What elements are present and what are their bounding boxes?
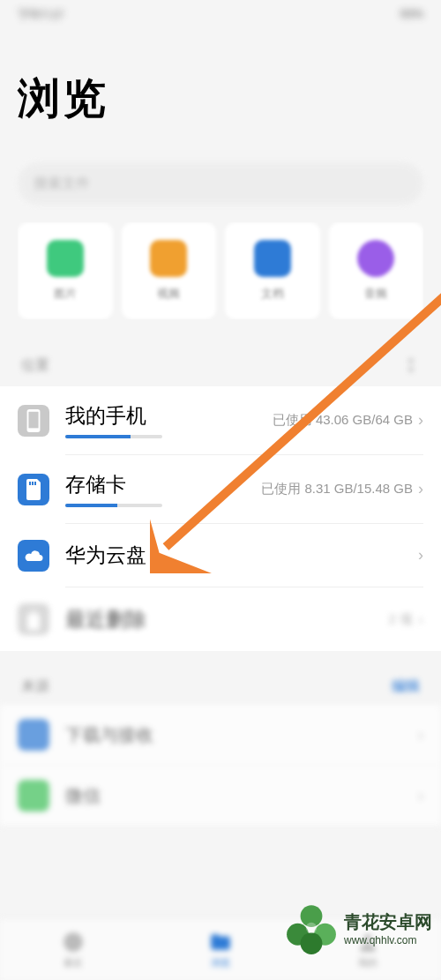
sd-card-icon bbox=[18, 474, 49, 505]
chevron-right-icon: › bbox=[418, 726, 423, 744]
edit-button[interactable]: 编辑 bbox=[392, 677, 420, 696]
trash-icon bbox=[18, 603, 49, 635]
svg-rect-4 bbox=[34, 482, 36, 485]
source-wechat[interactable]: 微信 › bbox=[0, 766, 441, 827]
source-section: 来源 编辑 下载与接收 › 微信 › bbox=[0, 658, 441, 827]
storage-title: 存储卡 bbox=[65, 471, 162, 498]
svg-point-6 bbox=[64, 932, 83, 952]
source-downloads[interactable]: 下载与接收 › bbox=[0, 705, 441, 766]
storage-list: 我的手机 已使用 43.06 GB/64 GB › 存储卡 已使用 8.31 G… bbox=[0, 386, 441, 651]
video-icon bbox=[150, 240, 187, 277]
storage-title: 华为云盘 bbox=[65, 542, 146, 569]
audio-icon bbox=[357, 240, 394, 277]
chevron-right-icon: › bbox=[418, 610, 423, 629]
chevron-right-icon: › bbox=[418, 787, 423, 805]
status-battery: 93% bbox=[400, 7, 423, 19]
wechat-icon bbox=[18, 780, 49, 812]
document-icon bbox=[254, 240, 291, 277]
page-header: 浏览 bbox=[0, 26, 441, 153]
location-section-header: 位置 bbox=[0, 328, 441, 386]
storage-recently-deleted[interactable]: 最近删除 2 项 › bbox=[0, 587, 441, 651]
image-icon bbox=[47, 240, 84, 277]
chevron-right-icon: › bbox=[418, 411, 423, 430]
storage-bar bbox=[65, 504, 162, 507]
storage-usage: 已使用 8.31 GB/15.48 GB bbox=[261, 481, 413, 497]
folder-icon bbox=[209, 931, 232, 954]
page-title: 浏览 bbox=[18, 71, 423, 127]
search-bar[interactable]: 搜索文件 bbox=[18, 162, 423, 205]
sort-icon[interactable] bbox=[402, 355, 420, 376]
category-audio[interactable]: 音频 bbox=[329, 222, 424, 319]
storage-huawei-cloud[interactable]: 华为云盘 › bbox=[0, 524, 441, 587]
storage-title: 我的手机 bbox=[65, 402, 162, 430]
category-documents[interactable]: 文档 bbox=[225, 222, 320, 319]
category-row: 图片 视频 文档 音频 bbox=[18, 222, 423, 319]
storage-my-phone[interactable]: 我的手机 已使用 43.06 GB/64 GB › bbox=[0, 386, 441, 455]
storage-sd-card[interactable]: 存储卡 已使用 8.31 GB/15.48 GB › bbox=[0, 455, 441, 524]
status-time: 下午7:17 bbox=[18, 7, 64, 19]
category-images[interactable]: 图片 bbox=[18, 222, 113, 319]
chevron-right-icon: › bbox=[418, 480, 423, 498]
svg-rect-3 bbox=[32, 482, 34, 485]
svg-rect-1 bbox=[28, 412, 38, 429]
storage-usage: 已使用 43.06 GB/64 GB bbox=[273, 412, 413, 429]
status-bar: 下午7:17 93% bbox=[0, 0, 441, 26]
watermark-logo-icon bbox=[284, 901, 339, 955]
phone-icon bbox=[18, 405, 49, 437]
clock-icon bbox=[62, 931, 85, 954]
storage-bar bbox=[65, 435, 162, 438]
cloud-icon bbox=[18, 540, 49, 572]
svg-rect-2 bbox=[29, 482, 31, 485]
chevron-right-icon: › bbox=[418, 546, 423, 565]
category-videos[interactable]: 视频 bbox=[122, 222, 217, 319]
search-placeholder: 搜索文件 bbox=[34, 175, 90, 193]
nav-browse[interactable]: 浏览 bbox=[209, 931, 232, 969]
svg-point-8 bbox=[306, 923, 317, 933]
watermark: 青花安卓网 www.qhhlv.com bbox=[284, 901, 432, 955]
storage-usage: 2 项 bbox=[388, 611, 413, 628]
storage-title: 最近删除 bbox=[65, 606, 146, 633]
download-icon bbox=[18, 719, 49, 751]
nav-recent[interactable]: 最近 bbox=[62, 931, 85, 969]
